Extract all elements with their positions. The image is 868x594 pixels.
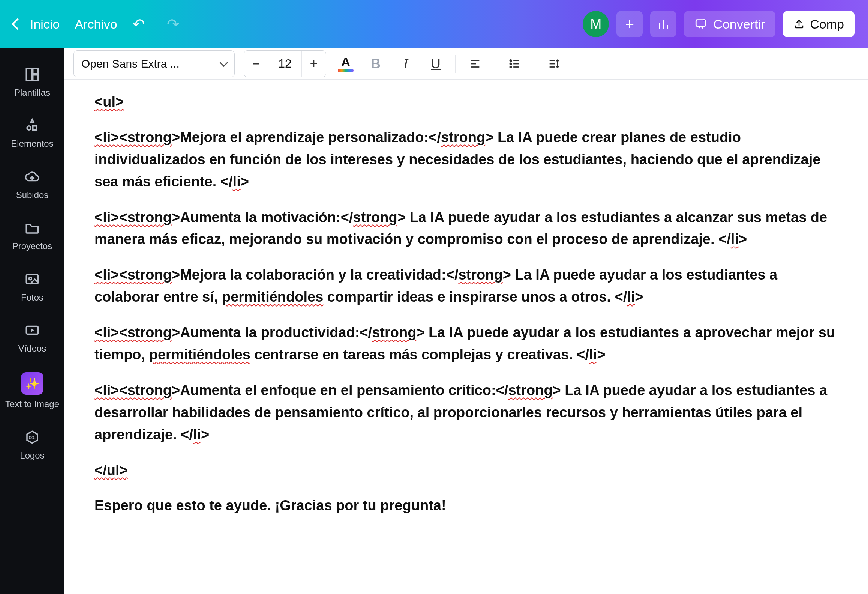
text-run: >Aumenta el enfoque en el pensamiento cr… — [172, 382, 508, 398]
text-run: > — [241, 174, 249, 189]
document-paragraph[interactable]: <li><strong>Mejora el aprendizaje person… — [94, 126, 838, 193]
plus-icon: + — [625, 16, 634, 33]
color-strip-icon — [338, 69, 354, 72]
font-size-decrease[interactable]: − — [244, 51, 268, 77]
text-run: >< — [111, 267, 127, 283]
sidebar-item-videos[interactable]: Vídeos — [0, 313, 64, 362]
bold-button[interactable]: B — [365, 53, 386, 74]
text-run: strong — [458, 267, 502, 283]
uploads-icon — [23, 168, 41, 186]
text-color-button[interactable]: A — [335, 53, 356, 74]
analytics-button[interactable] — [650, 11, 676, 37]
document-paragraph[interactable]: </ul> — [94, 459, 838, 481]
avatar-initial: M — [590, 16, 601, 32]
bar-chart-icon — [657, 17, 670, 31]
chevron-left-icon — [12, 18, 23, 30]
text-run: strong — [127, 382, 172, 398]
text-run: li — [103, 209, 111, 225]
avatar[interactable]: M — [583, 11, 609, 37]
toolbar-divider — [534, 55, 534, 73]
undo-button[interactable]: ↶ — [132, 15, 145, 33]
text-run: > — [201, 427, 209, 442]
svg-text:co.: co. — [29, 434, 36, 440]
document-paragraph[interactable]: <ul> — [94, 91, 838, 113]
sidebar-item-label: Elementos — [11, 139, 53, 149]
text-run: li — [627, 289, 635, 305]
photos-icon — [23, 270, 41, 288]
videos-icon — [23, 321, 41, 339]
svg-rect-9 — [33, 126, 37, 130]
document-paragraph[interactable]: <li><strong>Aumenta la productividad:</s… — [94, 322, 838, 366]
sidebar-item-label: Text to Image — [5, 399, 59, 409]
document-paragraph[interactable]: <li><strong>Aumenta el enfoque en el pen… — [94, 379, 838, 446]
sidebar-item-fotos[interactable]: Fotos — [0, 262, 64, 311]
share-button[interactable]: Comp — [783, 11, 855, 37]
font-size-increase[interactable]: + — [302, 51, 326, 77]
svg-point-18 — [510, 63, 511, 64]
document-paragraph[interactable]: <li><strong>Aumenta la motivación:</stro… — [94, 206, 838, 251]
sidebar-item-subidos[interactable]: Subidos — [0, 159, 64, 208]
text-run: permitiéndoles — [222, 289, 323, 305]
text-run: li — [103, 382, 111, 398]
sidebar-item-label: Subidos — [16, 190, 49, 200]
left-sidebar: Plantillas Elementos Subidos Proyectos F… — [0, 48, 64, 594]
text-run: compartir ideas e inspirarse unos a otro… — [323, 289, 627, 305]
svg-rect-6 — [33, 68, 38, 74]
undo-redo-group: ↶ ↷ — [132, 15, 180, 33]
italic-button[interactable]: I — [395, 53, 416, 74]
text-run: >< — [111, 382, 127, 398]
spacing-button[interactable] — [543, 53, 564, 74]
document-paragraph[interactable]: <li><strong>Mejora la colaboración y la … — [94, 264, 838, 308]
presentation-icon — [694, 18, 707, 30]
text-toolbar: Open Sans Extra ... − 12 + A B I U — [64, 48, 868, 80]
sidebar-item-text-to-image[interactable]: ✨ Text to Image — [0, 364, 64, 417]
font-family-picker[interactable]: Open Sans Extra ... — [73, 50, 235, 77]
convert-button[interactable]: Convertir — [684, 11, 775, 37]
redo-button[interactable]: ↷ — [167, 15, 180, 33]
text-run: li — [103, 267, 111, 283]
text-run: >Aumenta la motivación:</ — [172, 209, 353, 225]
document-paragraph[interactable]: Espero que esto te ayude. ¡Gracias por t… — [94, 495, 838, 517]
bullet-list-icon — [508, 57, 521, 70]
text-run: < — [94, 267, 103, 283]
add-member-button[interactable]: + — [616, 11, 643, 37]
document-scroll[interactable]: <ul><li><strong>Mejora el aprendizaje pe… — [64, 80, 868, 594]
sidebar-item-elementos[interactable]: Elementos — [0, 108, 64, 157]
font-size-value[interactable]: 12 — [268, 51, 302, 77]
text-run: < — [94, 325, 103, 340]
align-button[interactable] — [465, 53, 486, 74]
text-run: ul — [107, 462, 120, 478]
home-label: Inicio — [30, 17, 60, 32]
text-run: >Mejora el aprendizaje personalizado:</ — [172, 129, 441, 145]
text-run: li — [193, 427, 201, 442]
home-link[interactable]: Inicio — [13, 17, 60, 32]
sidebar-item-proyectos[interactable]: Proyectos — [0, 211, 64, 259]
text-run: > — [739, 231, 747, 247]
text-run: li — [103, 325, 111, 340]
text-run: < — [94, 382, 103, 398]
document-content[interactable]: <ul><li><strong>Mejora el aprendizaje pe… — [94, 91, 838, 517]
editor-area: Open Sans Extra ... − 12 + A B I U — [64, 48, 868, 594]
svg-rect-7 — [33, 75, 38, 80]
templates-icon — [23, 65, 41, 83]
sidebar-item-logos[interactable]: co. Logos — [0, 420, 64, 469]
header-left: Inicio Archivo ↶ ↷ — [13, 15, 180, 33]
text-run: >< — [111, 325, 127, 340]
sidebar-item-plantillas[interactable]: Plantillas — [0, 57, 64, 106]
text-run: Espero que esto te ayude. ¡Gracias por t… — [94, 498, 446, 513]
font-family-value: Open Sans Extra ... — [81, 57, 180, 70]
svg-point-8 — [27, 126, 31, 130]
svg-point-11 — [29, 277, 31, 280]
list-button[interactable] — [504, 53, 525, 74]
text-run: < — [94, 94, 103, 110]
top-header: Inicio Archivo ↶ ↷ M + Convertir Comp — [0, 0, 868, 48]
file-menu[interactable]: Archivo — [75, 17, 117, 32]
text-color-letter-icon: A — [341, 56, 351, 68]
underline-button[interactable]: U — [425, 53, 446, 74]
share-label: Comp — [810, 17, 844, 32]
sidebar-item-label: Fotos — [21, 293, 43, 302]
text-run: >< — [111, 209, 127, 225]
header-right: M + Convertir Comp — [583, 11, 855, 37]
text-run: centrarse en tareas más complejas y crea… — [250, 347, 589, 362]
text-run: < — [94, 129, 103, 145]
